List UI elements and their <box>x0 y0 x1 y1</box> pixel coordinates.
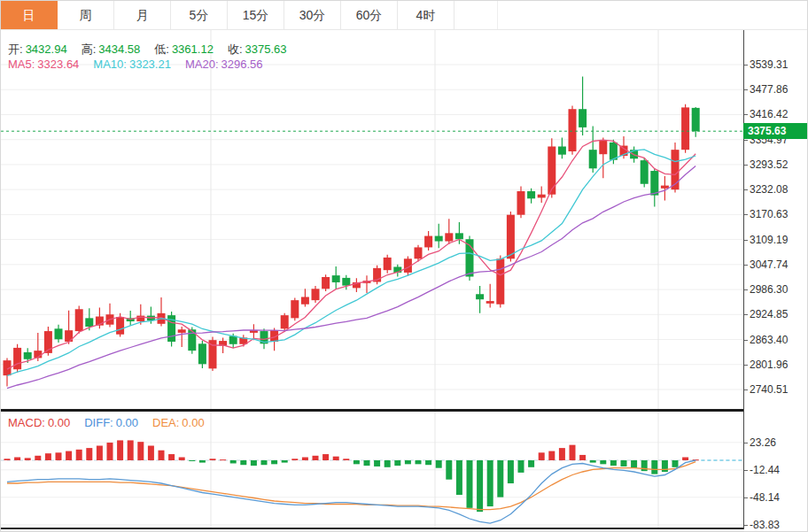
macd-value: 0.00 <box>48 416 70 429</box>
candle-body <box>641 160 649 184</box>
candle-body <box>198 343 206 364</box>
candle-body <box>415 247 423 258</box>
period-tabbar: 日周月5分15分30分60分4时 <box>1 1 808 30</box>
macd-hist-bar <box>456 460 462 495</box>
macd-hist-bar <box>168 454 175 460</box>
price-tick-label: 3477.86 <box>750 83 788 96</box>
ma20-label: MA20: <box>185 58 219 71</box>
price-tick-label: 3293.52 <box>750 158 788 171</box>
kline-chart-canvas[interactable] <box>1 30 743 532</box>
macd-hist-bar <box>251 460 257 466</box>
macd-hist-bar <box>559 448 565 460</box>
period-tab-6[interactable]: 30分 <box>284 1 341 29</box>
macd-hist-bar <box>518 460 524 473</box>
last-price-badge: 3375.63 <box>743 123 808 139</box>
macd-hist-bar <box>261 460 268 465</box>
price-tick-label: 3109.19 <box>750 234 788 246</box>
price-tick-label-mark <box>744 389 748 390</box>
ma10-value: 3323.21 <box>129 58 171 71</box>
macd-tick-label: -83.83 <box>750 519 780 531</box>
period-tab-8[interactable]: 4时 <box>398 1 454 29</box>
candle-body <box>24 352 32 359</box>
macd-hist-bar <box>189 460 195 461</box>
macd-hist-bar <box>621 460 627 466</box>
price-tick-label-mark <box>744 314 748 315</box>
candle-body <box>681 107 689 150</box>
candle-body <box>661 186 669 189</box>
price-tick-label-mark <box>744 340 748 341</box>
macd-hist-bar <box>56 452 62 460</box>
macd-hist-bar <box>14 458 20 460</box>
macd-hist-bar <box>343 459 349 460</box>
macd-hist-bar <box>199 460 206 463</box>
price-tick-label: 2740.51 <box>750 383 788 396</box>
macd-hist-bar <box>291 459 298 460</box>
candle-body <box>589 150 597 168</box>
period-tab-2[interactable]: 周 <box>58 1 114 29</box>
candle-body <box>476 294 484 299</box>
candle-body <box>517 191 525 215</box>
macd-tick-label: -48.14 <box>750 491 780 504</box>
macd-hist-bar <box>405 460 411 464</box>
low-label: 低: <box>154 42 169 56</box>
ma10-label: MA10: <box>93 58 127 71</box>
macd-hist-bar <box>282 460 288 463</box>
ma-legend: MA5:3323.64MA10:3323.21MA20:3296.56 <box>8 58 266 71</box>
price-tick-label-mark <box>744 165 748 166</box>
candle-body <box>322 277 330 289</box>
price-tick-label-mark <box>744 289 748 290</box>
macd-hist-bar <box>179 458 185 460</box>
macd-hist-bar <box>590 460 596 463</box>
macd-hist-bar <box>86 448 92 460</box>
candle-body <box>650 171 658 196</box>
close-label: 收: <box>228 42 243 56</box>
candle-body <box>445 233 453 241</box>
macd-legend: MACD:0.00DIFF:0.00DEA:0.00 <box>8 416 207 429</box>
candle-body <box>496 258 504 304</box>
pane-divider <box>1 409 743 412</box>
macd-hist-bar <box>600 460 606 464</box>
price-tick-label-mark <box>744 114 748 115</box>
price-tick-label: 3539.31 <box>750 58 788 71</box>
macd-hist-bar <box>107 443 113 460</box>
macd-hist-bar <box>539 452 545 460</box>
macd-hist-bar <box>25 458 31 460</box>
macd-hist-bar <box>436 460 442 468</box>
candle-body <box>301 297 309 304</box>
price-tick-label-mark <box>744 214 748 215</box>
macd-hist-bar <box>508 460 514 483</box>
macd-hist-bar <box>354 460 360 464</box>
macd-tick-label-mark <box>744 470 748 471</box>
macd-label: MACD: <box>8 416 45 429</box>
period-tab-1[interactable]: 日 <box>1 1 58 29</box>
period-tab-7[interactable]: 60分 <box>341 1 398 29</box>
price-axis: 3539.313477.863416.423354.973293.523232.… <box>743 30 808 529</box>
macd-hist-bar <box>497 460 503 497</box>
macd-hist-bar <box>364 460 370 466</box>
candle-body <box>548 146 556 194</box>
price-tick-label: 2986.30 <box>750 283 788 296</box>
high-label: 高: <box>82 42 97 56</box>
diff-label: DIFF: <box>84 416 113 429</box>
price-tick-label-mark <box>744 65 748 66</box>
price-tick-label: 2801.96 <box>750 359 788 371</box>
candle-body <box>85 318 93 327</box>
candle-body <box>13 348 21 369</box>
macd-hist-bar <box>651 460 657 474</box>
period-tab-4[interactable]: 5分 <box>171 1 228 29</box>
macd-hist-bar <box>610 460 617 466</box>
price-tick-label-mark <box>744 189 748 190</box>
price-tick-label-mark <box>744 240 748 241</box>
price-tick-label-mark <box>744 89 748 90</box>
open-value: 3432.94 <box>26 42 67 56</box>
price-tick-label: 3047.74 <box>750 258 788 271</box>
macd-hist-bar <box>682 458 688 460</box>
macd-hist-bar <box>66 451 72 460</box>
macd-hist-bar <box>35 456 41 460</box>
macd-hist-bar <box>333 457 339 460</box>
price-tick-label-mark <box>744 140 748 141</box>
dea-value: 0.00 <box>182 416 204 429</box>
price-tick-label-mark <box>744 365 748 366</box>
period-tab-3[interactable]: 月 <box>114 1 171 29</box>
period-tab-5[interactable]: 15分 <box>228 1 284 29</box>
